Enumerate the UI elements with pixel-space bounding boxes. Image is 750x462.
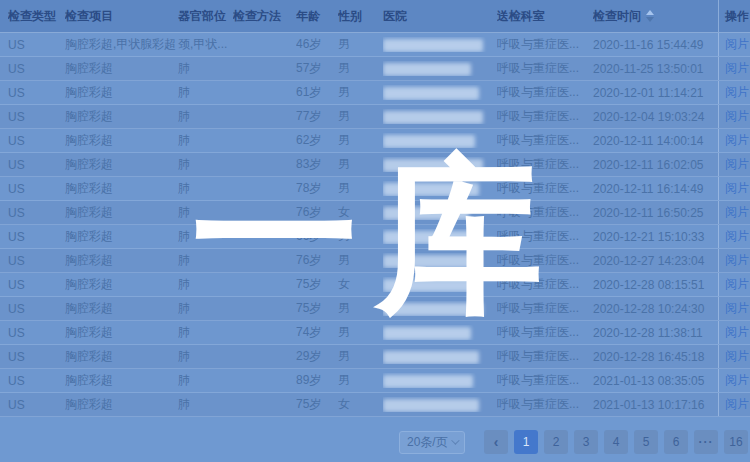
cell-age: 66岁	[296, 228, 338, 245]
table-row: US胸腔彩超肺75岁女呼吸与重症医...2021-01-13 10:17:16阅…	[0, 393, 750, 417]
view-images-link[interactable]: 阅片	[725, 60, 749, 77]
cell-exam-type: US	[8, 350, 65, 364]
table-row: US胸腔彩超肺75岁男呼吸与重症医...2020-12-28 10:24:30阅…	[0, 297, 750, 321]
cell-exam-type: US	[8, 86, 65, 100]
page-ellipsis-button[interactable]: ···	[694, 430, 718, 454]
cell-exam-time: 2020-11-25 13:50:01	[593, 62, 718, 76]
col-header-age: 年龄	[296, 8, 338, 25]
cell-department: 呼吸与重症医...	[497, 84, 593, 101]
page-button-16[interactable]: 16	[724, 430, 748, 454]
page-button-5[interactable]: 5	[634, 430, 658, 454]
hospital-redacted	[383, 111, 483, 124]
cell-age: 75岁	[296, 276, 338, 293]
cell-hospital	[383, 37, 497, 51]
cell-age: 76岁	[296, 252, 338, 269]
cell-gender: 男	[338, 228, 383, 245]
view-images-link[interactable]: 阅片	[725, 36, 749, 53]
page-button-2[interactable]: 2	[544, 430, 568, 454]
hospital-redacted	[383, 375, 473, 388]
page-button-3[interactable]: 3	[574, 430, 598, 454]
view-images-link[interactable]: 阅片	[725, 396, 749, 413]
hospital-redacted	[383, 183, 479, 196]
cell-action: 阅片	[718, 129, 750, 152]
cell-gender: 男	[338, 348, 383, 365]
prev-page-button[interactable]: ‹	[484, 430, 508, 454]
view-images-link[interactable]: 阅片	[725, 300, 749, 317]
cell-exam-item: 胸腔彩超	[65, 300, 178, 317]
page-button-1[interactable]: 1	[514, 430, 538, 454]
cell-gender: 男	[338, 36, 383, 53]
cell-exam-time: 2020-12-04 19:03:24	[593, 110, 718, 124]
chevron-down-icon	[451, 436, 459, 444]
view-images-link[interactable]: 阅片	[725, 156, 749, 173]
col-header-method: 检查方法	[233, 8, 296, 25]
cell-action: 阅片	[718, 393, 750, 416]
cell-hospital	[383, 157, 497, 171]
cell-action: 阅片	[718, 33, 750, 56]
cell-gender: 男	[338, 132, 383, 149]
cell-gender: 男	[338, 300, 383, 317]
cell-action: 阅片	[718, 345, 750, 368]
sort-caret[interactable]	[646, 10, 654, 22]
view-images-link[interactable]: 阅片	[725, 132, 749, 149]
exam-time-header-label: 检查时间	[593, 8, 641, 25]
cell-department: 呼吸与重症医...	[497, 204, 593, 221]
col-header-exam-time[interactable]: 检查时间	[593, 8, 718, 25]
cell-age: 46岁	[296, 36, 338, 53]
page-size-label: 20条/页	[407, 434, 448, 451]
cell-gender: 女	[338, 396, 383, 413]
hospital-redacted	[383, 303, 483, 316]
cell-organ: 肺	[178, 84, 233, 101]
table-row: US胸腔彩超肺76岁女呼吸与重症医...2020-12-11 16:50:25阅…	[0, 201, 750, 225]
cell-exam-type: US	[8, 62, 65, 76]
cell-exam-time: 2020-12-01 11:14:21	[593, 86, 718, 100]
cell-department: 呼吸与重症医...	[497, 300, 593, 317]
view-images-link[interactable]: 阅片	[725, 84, 749, 101]
page-button-4[interactable]: 4	[604, 430, 628, 454]
view-images-link[interactable]: 阅片	[725, 180, 749, 197]
cell-department: 呼吸与重症医...	[497, 180, 593, 197]
table-row: US胸腔彩超肺75岁女呼吸与重症医...2020-12-28 08:15:51阅…	[0, 273, 750, 297]
cell-organ: 肺	[178, 180, 233, 197]
cell-hospital	[383, 205, 497, 219]
cell-exam-type: US	[8, 110, 65, 124]
cell-age: 57岁	[296, 60, 338, 77]
page-button-6[interactable]: 6	[664, 430, 688, 454]
cell-exam-item: 胸腔彩超	[65, 132, 178, 149]
cell-exam-item: 胸腔彩超	[65, 228, 178, 245]
cell-organ: 肺	[178, 396, 233, 413]
view-images-link[interactable]: 阅片	[725, 252, 749, 269]
cell-age: 75岁	[296, 300, 338, 317]
cell-exam-type: US	[8, 158, 65, 172]
table-row: US胸腔彩超肺83岁男呼吸与重症医...2020-12-11 16:02:05阅…	[0, 153, 750, 177]
view-images-link[interactable]: 阅片	[725, 276, 749, 293]
cell-exam-type: US	[8, 398, 65, 412]
view-images-link[interactable]: 阅片	[725, 348, 749, 365]
cell-gender: 男	[338, 156, 383, 173]
hospital-redacted	[383, 207, 469, 220]
cell-age: 83岁	[296, 156, 338, 173]
cell-action: 阅片	[718, 153, 750, 176]
view-images-link[interactable]: 阅片	[725, 372, 749, 389]
cell-exam-time: 2020-12-11 16:02:05	[593, 158, 718, 172]
cell-exam-item: 胸腔彩超	[65, 180, 178, 197]
exam-list-screen: 检查类型 检查项目 器官部位 检查方法 年龄 性别 医院 送检科室 检查时间 操…	[0, 0, 750, 462]
cell-gender: 女	[338, 276, 383, 293]
cell-action: 阅片	[718, 225, 750, 248]
view-images-link[interactable]: 阅片	[725, 108, 749, 125]
view-images-link[interactable]: 阅片	[725, 204, 749, 221]
cell-department: 呼吸与重症医...	[497, 36, 593, 53]
table-row: US胸腔彩超肺61岁男呼吸与重症医...2020-12-01 11:14:21阅…	[0, 81, 750, 105]
cell-age: 89岁	[296, 372, 338, 389]
view-images-link[interactable]: 阅片	[725, 324, 749, 341]
cell-action: 阅片	[718, 369, 750, 392]
cell-department: 呼吸与重症医...	[497, 348, 593, 365]
cell-exam-item: 胸腔彩超,甲状腺彩超	[65, 36, 178, 53]
page-size-select[interactable]: 20条/页	[399, 431, 465, 454]
view-images-link[interactable]: 阅片	[725, 228, 749, 245]
cell-hospital	[383, 397, 497, 411]
cell-exam-time: 2020-11-16 15:44:49	[593, 38, 718, 52]
table-row: US胸腔彩超肺89岁男呼吸与重症医...2021-01-13 08:35:05阅…	[0, 369, 750, 393]
cell-age: 29岁	[296, 348, 338, 365]
cell-hospital	[383, 349, 497, 363]
